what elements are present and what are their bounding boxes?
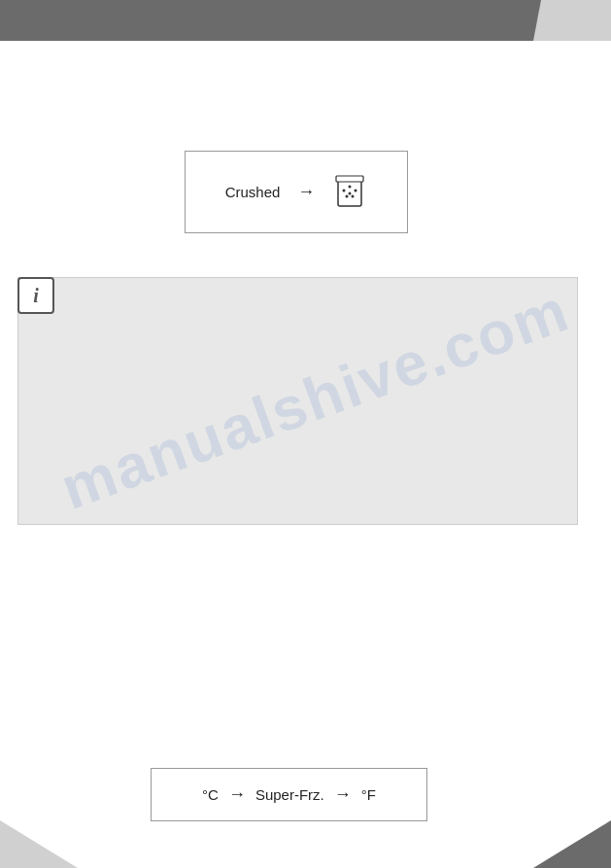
superfrz-arrow1: → <box>228 784 246 805</box>
bottom-left-decoration <box>0 800 78 868</box>
degree-celsius-label: °C <box>202 786 219 803</box>
degree-fahrenheit-label: °F <box>361 786 376 803</box>
header-bar <box>0 0 563 41</box>
bottom-right-decoration <box>533 800 611 868</box>
svg-point-5 <box>346 194 349 197</box>
superfrz-box: °C → Super-Frz. → °F <box>151 768 427 821</box>
crushed-label: Crushed <box>225 184 281 200</box>
svg-rect-1 <box>336 176 363 182</box>
header-bar-right <box>533 0 611 41</box>
crushed-box: Crushed → <box>185 151 408 233</box>
superfrz-arrow2: → <box>334 784 352 805</box>
info-box: i <box>17 277 578 525</box>
svg-point-4 <box>355 189 357 191</box>
ice-crushed-cup-icon <box>332 173 367 212</box>
crushed-arrow: → <box>297 182 315 202</box>
svg-point-3 <box>349 185 352 188</box>
superfrz-label: Super-Frz. <box>255 786 324 803</box>
svg-point-6 <box>352 194 355 197</box>
info-icon: i <box>17 277 54 314</box>
svg-point-7 <box>349 191 352 194</box>
svg-point-2 <box>343 189 346 191</box>
